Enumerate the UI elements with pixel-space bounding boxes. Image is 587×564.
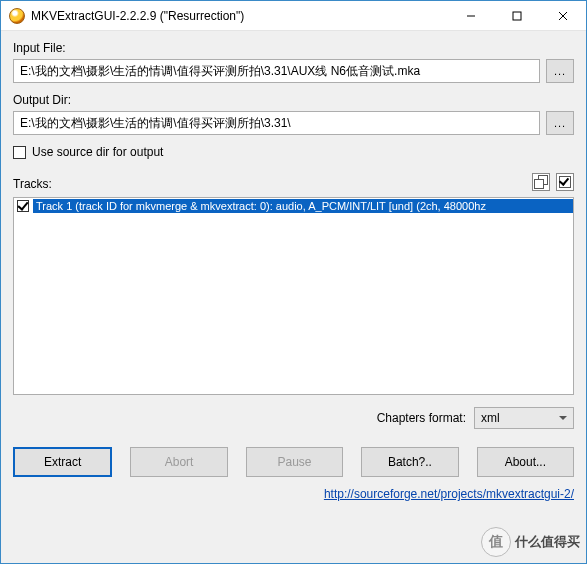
svg-rect-1 — [513, 12, 521, 20]
watermark-text: 什么值得买 — [515, 533, 580, 551]
use-source-dir-label: Use source dir for output — [32, 145, 163, 159]
close-button[interactable] — [540, 1, 586, 30]
chapters-format-select[interactable]: xml — [474, 407, 574, 429]
tracks-label: Tracks: — [13, 177, 526, 191]
input-file-label: Input File: — [13, 41, 574, 55]
track-checkbox[interactable] — [17, 200, 29, 212]
app-window: MKVExtractGUI-2.2.2.9 ("Resurrection") I… — [0, 0, 587, 564]
chapters-format-value: xml — [481, 411, 500, 425]
chapters-format-label: Chapters format: — [377, 411, 466, 425]
minimize-button[interactable] — [448, 1, 494, 30]
maximize-button[interactable] — [494, 1, 540, 30]
output-dir-browse-button[interactable]: ... — [546, 111, 574, 135]
app-icon — [9, 8, 25, 24]
pause-button[interactable]: Pause — [246, 447, 343, 477]
titlebar: MKVExtractGUI-2.2.2.9 ("Resurrection") — [1, 1, 586, 31]
watermark-icon: 值 — [481, 527, 511, 557]
track-row[interactable]: Track 1 (track ID for mkvmerge & mkvextr… — [14, 198, 573, 214]
extract-button[interactable]: Extract — [13, 447, 112, 477]
track-text[interactable]: Track 1 (track ID for mkvmerge & mkvextr… — [33, 199, 573, 213]
input-file-field[interactable] — [13, 59, 540, 83]
client-area: Input File: ... Output Dir: ... Use sour… — [1, 31, 586, 563]
select-none-button[interactable] — [532, 173, 550, 191]
project-link[interactable]: http://sourceforge.net/projects/mkvextra… — [324, 487, 574, 501]
output-dir-label: Output Dir: — [13, 93, 574, 107]
window-title: MKVExtractGUI-2.2.2.9 ("Resurrection") — [31, 9, 448, 23]
batch-button[interactable]: Batch?.. — [361, 447, 458, 477]
watermark: 值 什么值得买 — [481, 527, 580, 557]
input-file-browse-button[interactable]: ... — [546, 59, 574, 83]
abort-button[interactable]: Abort — [130, 447, 227, 477]
about-button[interactable]: About... — [477, 447, 574, 477]
output-dir-field[interactable] — [13, 111, 540, 135]
window-controls — [448, 1, 586, 30]
use-source-dir-checkbox[interactable] — [13, 146, 26, 159]
tracks-listbox[interactable]: Track 1 (track ID for mkvmerge & mkvextr… — [13, 197, 574, 395]
select-all-button[interactable] — [556, 173, 574, 191]
